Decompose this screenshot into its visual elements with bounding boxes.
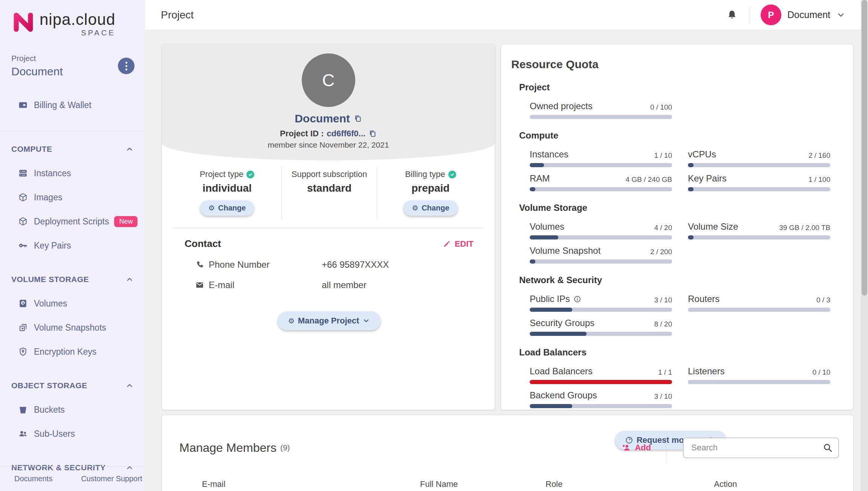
copy-icon[interactable] (368, 130, 377, 138)
notifications-bell-icon[interactable] (726, 9, 738, 21)
quota-progress-bar (688, 235, 830, 239)
sidebar-item-deployment-scripts[interactable]: Deployment ScriptsNew (0, 209, 145, 233)
key-icon (18, 241, 28, 250)
quota-item-key-pairs: Key Pairs1 / 100 (688, 173, 830, 191)
sidebar-item-key-pairs[interactable]: Key Pairs (0, 233, 145, 258)
quota-item-ram: RAM4 GB / 240 GB (530, 173, 672, 191)
quota-group-name: Network & Security (511, 275, 830, 285)
project-menu-button[interactable] (118, 58, 134, 74)
manage-project-button[interactable]: ⚙ Manage Project (278, 311, 381, 330)
resource-quota-card: Resource Quota ProjectOwned projects0 / … (501, 44, 853, 410)
sidebar-section-compute: COMPUTEInstancesImagesDeployment Scripts… (0, 137, 145, 258)
chevron-up-icon (125, 275, 134, 284)
copy-icon[interactable] (354, 114, 362, 123)
gear-icon: ⚙ (208, 204, 215, 212)
sidebar-item-volumes[interactable]: Volumes (0, 291, 145, 316)
phone-icon (195, 260, 204, 269)
quota-label: Volume Size (688, 221, 738, 232)
gear-icon: ⚙ (288, 317, 295, 325)
quota-item-volume-snapshot: Volume Snapshot2 / 200 (530, 246, 672, 264)
sidebar-project-name: Document (11, 65, 63, 78)
quota-label: Load Balancers (530, 366, 593, 377)
sidebar-item-images[interactable]: Images (0, 185, 145, 209)
quota-value: 4 GB / 240 GB (625, 175, 672, 184)
quota-progress-bar (530, 259, 672, 264)
sidebar-item-buckets[interactable]: Buckets (0, 398, 145, 422)
project-id-value[interactable]: cd6ff6f0... (327, 129, 365, 139)
quota-group-load-balancers: Load BalancersLoad Balancers1 / 1Listene… (511, 347, 830, 408)
column-header-email: E-mail (202, 479, 420, 489)
shield-key-icon (18, 347, 28, 357)
quota-value: 8 / 20 (654, 320, 672, 328)
quota-label: RAM (530, 173, 550, 184)
quota-progress-bar (688, 308, 830, 312)
server-icon (18, 168, 28, 178)
members-divider (666, 432, 666, 464)
sidebar-item-label: Sub-Users (34, 429, 75, 439)
change-project-type-button[interactable]: ⚙Change (200, 200, 254, 216)
column-header-role: Role (546, 479, 714, 489)
search-input[interactable] (683, 438, 839, 458)
sidebar-section-header-volume-storage[interactable]: VOLUME STORAGE (0, 267, 145, 291)
quota-item-volume-size: Volume Size39 GB / 2.00 TB (688, 221, 830, 239)
sidebar-item-sub-users[interactable]: Sub-Users (0, 422, 145, 446)
sidebar-item-instances[interactable]: Instances (0, 161, 145, 185)
sidebar-item-billing-wallet[interactable]: Billing & Wallet (0, 93, 145, 117)
sidebar-item-encryption-keys[interactable]: Encryption Keys (0, 340, 145, 364)
user-menu[interactable]: P Document (761, 5, 845, 25)
edit-contact-button[interactable]: EDIT (443, 239, 474, 249)
section-label: VOLUME STORAGE (11, 275, 89, 284)
quota-item-public-ips: Public IPs3 / 10 (530, 294, 672, 312)
chevron-down-icon (362, 317, 370, 325)
sidebar-section-header-compute[interactable]: COMPUTE (0, 137, 145, 161)
quota-value: 0 / 3 (816, 296, 830, 304)
sidebar-section-header-object-storage[interactable]: OBJECT STORAGE (0, 374, 145, 398)
quota-progress-bar (530, 115, 672, 119)
change-billing-type-button[interactable]: ⚙Change (403, 200, 457, 216)
scrollbar-thumb[interactable] (862, 0, 867, 296)
attribute-label: Project type (200, 169, 243, 179)
attribute-value: prepaid (377, 182, 484, 194)
quota-progress-bar (688, 163, 830, 167)
add-member-button[interactable]: Add (622, 443, 651, 453)
quota-item-routers: Routers0 / 3 (688, 294, 830, 312)
topbar-divider (750, 7, 750, 23)
project-id-label: Project ID : (280, 129, 324, 139)
chevron-up-icon (125, 381, 134, 390)
info-icon[interactable] (573, 295, 581, 303)
brand-name: nipa.cloud (40, 11, 115, 28)
quota-label: vCPUs (688, 149, 716, 160)
quota-progress-bar (530, 380, 672, 384)
search-icon[interactable] (822, 442, 833, 453)
contact-value: all member (322, 280, 367, 290)
mail-icon (195, 281, 204, 290)
app-window: nipa.cloud SPACE Project Document Billin… (0, 0, 868, 491)
verified-check-icon (246, 171, 254, 178)
sidebar-section-object-storage: OBJECT STORAGEBucketsSub-Users (0, 374, 145, 446)
project-name: Document (295, 112, 350, 125)
footer-link-customer-support[interactable]: Customer Support (81, 474, 142, 483)
members-table-header: E-mail Full Name Role Action (179, 479, 839, 489)
quota-label: Public IPs (530, 294, 581, 304)
contact-row-phone: Phone Number +66 95897XXXX (185, 259, 474, 270)
project-hero: C Document Project ID : cd6ff6f0... (162, 44, 495, 160)
quota-item-owned-projects: Owned projects0 / 100 (530, 101, 672, 119)
footer-link-documents[interactable]: Documents (14, 474, 52, 483)
drive-icon (18, 299, 28, 308)
quota-progress-bar (688, 380, 830, 384)
cube-icon (18, 217, 28, 226)
column-header-fullname: Full Name (420, 479, 546, 489)
sidebar-item-label: Deployment Scripts (34, 217, 109, 227)
nipa-n-icon (12, 11, 34, 33)
sidebar-section-volume-storage: VOLUME STORAGEVolumesVolume SnapshotsEnc… (0, 267, 145, 364)
quota-value: 1 / 100 (808, 175, 830, 184)
main-content: C Document Project ID : cd6ff6f0... (145, 30, 868, 491)
brand-logo[interactable]: nipa.cloud SPACE (0, 0, 145, 37)
users-icon (18, 429, 28, 439)
contact-row-email: E-mail all member (185, 280, 474, 290)
user-avatar[interactable]: P (761, 5, 781, 25)
quota-group-name: Load Balancers (511, 347, 830, 358)
wallet-icon (18, 100, 28, 110)
quota-progress-bar (530, 187, 672, 191)
sidebar-item-volume-snapshots[interactable]: Volume Snapshots (0, 316, 145, 340)
